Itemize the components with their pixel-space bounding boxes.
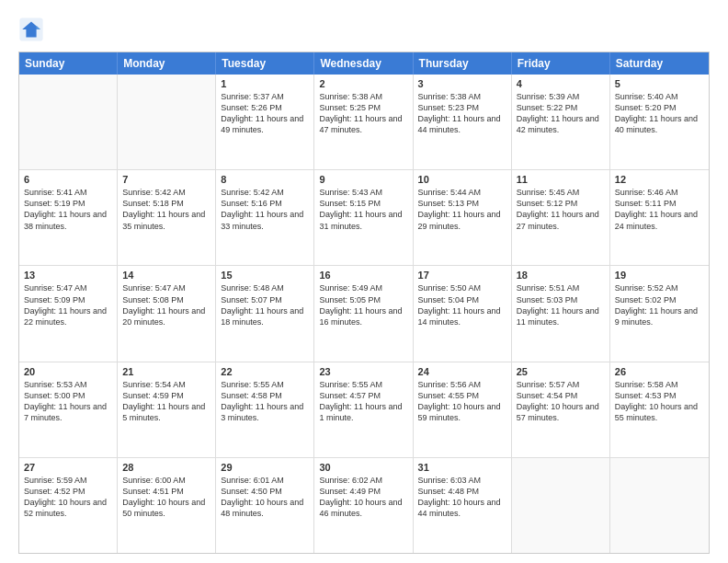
cal-cell-30: 30Sunrise: 6:02 AM Sunset: 4:49 PM Dayli… bbox=[314, 458, 413, 553]
cell-text: Sunrise: 5:43 AM Sunset: 5:15 PM Dayligh… bbox=[319, 187, 407, 232]
cell-text: Sunrise: 5:51 AM Sunset: 5:03 PM Dayligh… bbox=[517, 282, 605, 327]
header bbox=[18, 17, 710, 42]
calendar-row-1: 6Sunrise: 5:41 AM Sunset: 5:19 PM Daylig… bbox=[19, 169, 709, 265]
cell-text: Sunrise: 5:42 AM Sunset: 5:16 PM Dayligh… bbox=[221, 187, 309, 232]
cal-cell-empty-0-0 bbox=[19, 75, 118, 169]
cell-text: Sunrise: 6:01 AM Sunset: 4:50 PM Dayligh… bbox=[221, 475, 309, 520]
logo bbox=[18, 17, 48, 42]
cal-cell-2: 2Sunrise: 5:38 AM Sunset: 5:25 PM Daylig… bbox=[314, 75, 413, 169]
cal-cell-13: 13Sunrise: 5:47 AM Sunset: 5:09 PM Dayli… bbox=[19, 266, 118, 361]
day-number: 18 bbox=[517, 270, 605, 281]
calendar-row-2: 13Sunrise: 5:47 AM Sunset: 5:09 PM Dayli… bbox=[19, 265, 709, 361]
logo-icon bbox=[18, 17, 44, 42]
day-number: 21 bbox=[122, 366, 210, 377]
day-number: 19 bbox=[615, 270, 704, 281]
cell-text: Sunrise: 5:44 AM Sunset: 5:13 PM Dayligh… bbox=[418, 187, 506, 232]
day-number: 4 bbox=[517, 78, 605, 89]
day-number: 31 bbox=[418, 462, 506, 473]
cell-text: Sunrise: 5:38 AM Sunset: 5:23 PM Dayligh… bbox=[418, 91, 506, 136]
cal-cell-19: 19Sunrise: 5:52 AM Sunset: 5:02 PM Dayli… bbox=[610, 266, 709, 361]
cell-text: Sunrise: 5:57 AM Sunset: 4:54 PM Dayligh… bbox=[517, 379, 605, 424]
cell-text: Sunrise: 5:48 AM Sunset: 5:07 PM Dayligh… bbox=[221, 282, 309, 327]
day-number: 10 bbox=[418, 174, 506, 185]
cal-cell-22: 22Sunrise: 5:55 AM Sunset: 4:58 PM Dayli… bbox=[216, 362, 314, 457]
cell-text: Sunrise: 6:02 AM Sunset: 4:49 PM Dayligh… bbox=[319, 475, 407, 520]
day-number: 13 bbox=[24, 270, 112, 281]
cell-text: Sunrise: 5:53 AM Sunset: 5:00 PM Dayligh… bbox=[24, 379, 112, 424]
cell-text: Sunrise: 5:37 AM Sunset: 5:26 PM Dayligh… bbox=[221, 91, 309, 136]
cell-text: Sunrise: 6:00 AM Sunset: 4:51 PM Dayligh… bbox=[122, 475, 210, 520]
cell-text: Sunrise: 6:03 AM Sunset: 4:48 PM Dayligh… bbox=[418, 475, 506, 520]
cal-cell-24: 24Sunrise: 5:56 AM Sunset: 4:55 PM Dayli… bbox=[414, 362, 512, 457]
day-number: 22 bbox=[221, 366, 309, 377]
cal-cell-9: 9Sunrise: 5:43 AM Sunset: 5:15 PM Daylig… bbox=[314, 170, 413, 265]
cell-text: Sunrise: 5:46 AM Sunset: 5:11 PM Dayligh… bbox=[615, 187, 704, 232]
cell-text: Sunrise: 5:47 AM Sunset: 5:08 PM Dayligh… bbox=[122, 282, 210, 327]
day-number: 2 bbox=[319, 78, 407, 89]
day-number: 23 bbox=[319, 366, 407, 377]
cell-text: Sunrise: 5:56 AM Sunset: 4:55 PM Dayligh… bbox=[418, 379, 506, 424]
cell-text: Sunrise: 5:42 AM Sunset: 5:18 PM Dayligh… bbox=[122, 187, 210, 232]
calendar-row-3: 20Sunrise: 5:53 AM Sunset: 5:00 PM Dayli… bbox=[19, 362, 709, 457]
cell-text: Sunrise: 5:47 AM Sunset: 5:09 PM Dayligh… bbox=[24, 282, 112, 327]
cell-text: Sunrise: 5:49 AM Sunset: 5:05 PM Dayligh… bbox=[319, 282, 407, 327]
day-number: 26 bbox=[615, 366, 704, 377]
cal-cell-12: 12Sunrise: 5:46 AM Sunset: 5:11 PM Dayli… bbox=[610, 170, 709, 265]
calendar-body: 1Sunrise: 5:37 AM Sunset: 5:26 PM Daylig… bbox=[19, 75, 709, 553]
header-day-tuesday: Tuesday bbox=[216, 52, 314, 75]
cal-cell-11: 11Sunrise: 5:45 AM Sunset: 5:12 PM Dayli… bbox=[512, 170, 610, 265]
cal-cell-26: 26Sunrise: 5:58 AM Sunset: 4:53 PM Dayli… bbox=[610, 362, 709, 457]
day-number: 8 bbox=[221, 174, 309, 185]
cell-text: Sunrise: 5:55 AM Sunset: 4:57 PM Dayligh… bbox=[319, 379, 407, 424]
cal-cell-18: 18Sunrise: 5:51 AM Sunset: 5:03 PM Dayli… bbox=[512, 266, 610, 361]
cal-cell-empty-4-5 bbox=[512, 458, 610, 553]
day-number: 25 bbox=[517, 366, 605, 377]
cal-cell-28: 28Sunrise: 6:00 AM Sunset: 4:51 PM Dayli… bbox=[118, 458, 216, 553]
calendar-row-4: 27Sunrise: 5:59 AM Sunset: 4:52 PM Dayli… bbox=[19, 457, 709, 553]
day-number: 9 bbox=[319, 174, 407, 185]
cal-cell-10: 10Sunrise: 5:44 AM Sunset: 5:13 PM Dayli… bbox=[414, 170, 512, 265]
cal-cell-27: 27Sunrise: 5:59 AM Sunset: 4:52 PM Dayli… bbox=[19, 458, 118, 553]
cell-text: Sunrise: 5:55 AM Sunset: 4:58 PM Dayligh… bbox=[221, 379, 309, 424]
day-number: 24 bbox=[418, 366, 506, 377]
cell-text: Sunrise: 5:41 AM Sunset: 5:19 PM Dayligh… bbox=[24, 187, 112, 232]
cal-cell-25: 25Sunrise: 5:57 AM Sunset: 4:54 PM Dayli… bbox=[512, 362, 610, 457]
header-day-wednesday: Wednesday bbox=[314, 52, 413, 75]
cal-cell-21: 21Sunrise: 5:54 AM Sunset: 4:59 PM Dayli… bbox=[118, 362, 216, 457]
cal-cell-14: 14Sunrise: 5:47 AM Sunset: 5:08 PM Dayli… bbox=[118, 266, 216, 361]
cal-cell-23: 23Sunrise: 5:55 AM Sunset: 4:57 PM Dayli… bbox=[314, 362, 413, 457]
day-number: 7 bbox=[122, 174, 210, 185]
header-day-monday: Monday bbox=[118, 52, 216, 75]
cal-cell-4: 4Sunrise: 5:39 AM Sunset: 5:22 PM Daylig… bbox=[512, 75, 610, 169]
cell-text: Sunrise: 5:50 AM Sunset: 5:04 PM Dayligh… bbox=[418, 282, 506, 327]
calendar-header: SundayMondayTuesdayWednesdayThursdayFrid… bbox=[19, 52, 709, 75]
cal-cell-16: 16Sunrise: 5:49 AM Sunset: 5:05 PM Dayli… bbox=[314, 266, 413, 361]
day-number: 5 bbox=[615, 78, 704, 89]
cal-cell-empty-4-6 bbox=[610, 458, 709, 553]
cell-text: Sunrise: 5:54 AM Sunset: 4:59 PM Dayligh… bbox=[122, 379, 210, 424]
cell-text: Sunrise: 5:59 AM Sunset: 4:52 PM Dayligh… bbox=[24, 475, 112, 520]
day-number: 3 bbox=[418, 78, 506, 89]
cal-cell-5: 5Sunrise: 5:40 AM Sunset: 5:20 PM Daylig… bbox=[610, 75, 709, 169]
day-number: 20 bbox=[24, 366, 112, 377]
cal-cell-7: 7Sunrise: 5:42 AM Sunset: 5:18 PM Daylig… bbox=[118, 170, 216, 265]
day-number: 29 bbox=[221, 462, 309, 473]
header-day-saturday: Saturday bbox=[610, 52, 709, 75]
calendar-row-0: 1Sunrise: 5:37 AM Sunset: 5:26 PM Daylig… bbox=[19, 75, 709, 169]
calendar: SundayMondayTuesdayWednesdayThursdayFrid… bbox=[18, 52, 710, 554]
header-day-friday: Friday bbox=[512, 52, 610, 75]
cal-cell-1: 1Sunrise: 5:37 AM Sunset: 5:26 PM Daylig… bbox=[216, 75, 314, 169]
day-number: 17 bbox=[418, 270, 506, 281]
cal-cell-29: 29Sunrise: 6:01 AM Sunset: 4:50 PM Dayli… bbox=[216, 458, 314, 553]
cal-cell-empty-0-1 bbox=[118, 75, 216, 169]
cal-cell-15: 15Sunrise: 5:48 AM Sunset: 5:07 PM Dayli… bbox=[216, 266, 314, 361]
cell-text: Sunrise: 5:40 AM Sunset: 5:20 PM Dayligh… bbox=[615, 91, 704, 136]
cal-cell-17: 17Sunrise: 5:50 AM Sunset: 5:04 PM Dayli… bbox=[414, 266, 512, 361]
header-day-sunday: Sunday bbox=[19, 52, 118, 75]
day-number: 14 bbox=[122, 270, 210, 281]
cal-cell-8: 8Sunrise: 5:42 AM Sunset: 5:16 PM Daylig… bbox=[216, 170, 314, 265]
cell-text: Sunrise: 5:52 AM Sunset: 5:02 PM Dayligh… bbox=[615, 282, 704, 327]
day-number: 16 bbox=[319, 270, 407, 281]
day-number: 12 bbox=[615, 174, 704, 185]
page: SundayMondayTuesdayWednesdayThursdayFrid… bbox=[0, 0, 728, 563]
